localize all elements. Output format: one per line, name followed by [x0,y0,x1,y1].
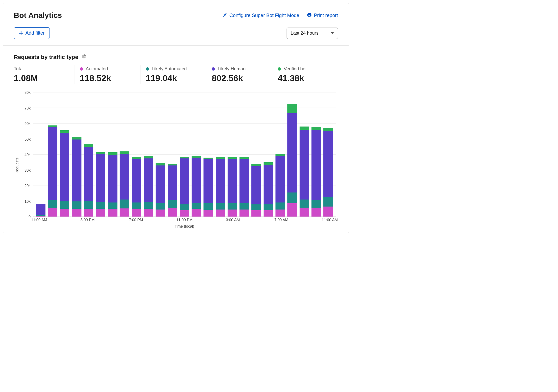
stat-card[interactable]: Verified bot41.38k [272,65,338,84]
stacked-bar[interactable] [203,92,213,217]
bar-segment [48,200,57,208]
stacked-bar[interactable] [108,92,117,217]
bar-segment [84,147,93,201]
bar-segment [156,203,165,210]
x-tick-label: 11:00 PM [176,218,193,222]
x-tick-label: 3:00 AM [226,218,240,222]
stacked-bar[interactable] [287,92,297,217]
bar-segment [60,209,69,217]
stacked-bar[interactable] [84,92,93,217]
bar-segment [144,156,153,158]
bar-slot [143,92,155,217]
bar-segment [311,127,321,130]
stacked-bar[interactable] [180,92,189,217]
panel-body: Requests by traffic type Total1.08MAutom… [3,46,349,233]
stacked-bar[interactable] [323,92,333,217]
bar-segment [132,157,141,159]
bar-segment [239,203,249,210]
bar-segment [180,204,189,210]
series-color-dot [212,67,215,71]
stacked-bar[interactable] [96,92,105,217]
x-axis-ticks: 11:00 AM3:00 PM7:00 PM11:00 PM3:00 AM7:0… [33,218,336,223]
stacked-bar[interactable] [60,92,69,217]
stacked-bar[interactable] [251,92,261,217]
bar-segment [108,152,117,155]
bar-slot [130,92,142,217]
stat-card[interactable]: Automated118.52k [74,65,140,84]
stacked-bar[interactable] [120,92,129,217]
stacked-bar[interactable] [36,92,45,217]
bar-slot [274,92,286,217]
bar-segment [144,209,153,217]
bar-segment [216,159,225,203]
bar-segment [180,158,189,204]
bar-segment [144,202,153,209]
y-tick-label: 40k [24,152,31,157]
stat-card[interactable]: Likely Automated119.04k [140,65,206,84]
stacked-bar[interactable] [72,92,81,217]
configure-link[interactable]: Configure Super Bot Fight Mode [222,12,299,19]
bar-segment [323,207,333,217]
stacked-bar[interactable] [192,92,201,217]
bar-segment [48,208,57,217]
stat-label: Total [14,66,24,72]
y-tick-label: 80k [24,90,31,95]
stat-card[interactable]: Likely Human802.56k [206,65,272,84]
bar-segment [36,216,45,217]
stat-label: Automated [86,66,108,72]
stat-label: Likely Automated [152,66,187,72]
bar-segment [216,157,225,159]
bar-slot [214,92,226,217]
bar-segment [96,202,105,209]
add-filter-button[interactable]: Add filter [14,27,50,39]
bar-segment [108,209,117,217]
bar-segment [203,203,213,210]
bar-slot [119,92,130,217]
stat-card[interactable]: Total1.08M [14,65,74,84]
y-tick-label: 20k [24,184,31,188]
bot-analytics-panel: Bot Analytics Configure Super Bot Fight … [3,3,349,233]
print-report-link[interactable]: Print report [307,12,338,19]
stacked-bar[interactable] [48,92,57,217]
bar-segment [287,203,297,217]
bar-segment [275,156,285,202]
panel-header-section: Bot Analytics Configure Super Bot Fight … [3,3,349,45]
stacked-bar[interactable] [216,92,225,217]
bar-segment [228,157,237,159]
stacked-bar[interactable] [132,92,141,217]
bar-segment [251,210,261,217]
stacked-bar[interactable] [168,92,177,217]
time-range-select[interactable]: Last 24 hours [287,28,338,39]
bar-segment [311,208,321,217]
wrench-icon [222,12,227,19]
bar-segment [311,200,321,208]
add-filter-label: Add filter [25,30,45,36]
stats-row: Total1.08MAutomated118.52kLikely Automat… [14,65,338,84]
stacked-bar[interactable] [239,92,249,217]
bar-segment [192,203,201,209]
stacked-bar[interactable] [300,92,309,217]
stacked-bar[interactable] [156,92,165,217]
bar-slot [35,92,47,217]
x-axis-label: Time (local) [33,224,336,228]
bar-segment [300,127,309,129]
y-tick-label: 70k [24,106,31,110]
stacked-bar[interactable] [275,92,285,217]
series-color-dot [80,67,83,71]
y-tick-label: 50k [24,137,31,141]
bar-slot [191,92,202,217]
stacked-bar[interactable] [311,92,321,217]
bar-segment [120,200,129,208]
bar-slot [262,92,274,217]
bar-slot [47,92,58,217]
bar-slot [107,92,119,217]
bar-slot [310,92,322,217]
stat-label: Verified bot [284,66,307,72]
stacked-bar[interactable] [264,92,273,217]
stacked-bar[interactable] [228,92,237,217]
bar-segment [228,203,237,210]
bar-segment [275,210,285,217]
bar-segment [72,137,81,140]
bar-segment [287,113,297,192]
stacked-bar[interactable] [144,92,153,217]
